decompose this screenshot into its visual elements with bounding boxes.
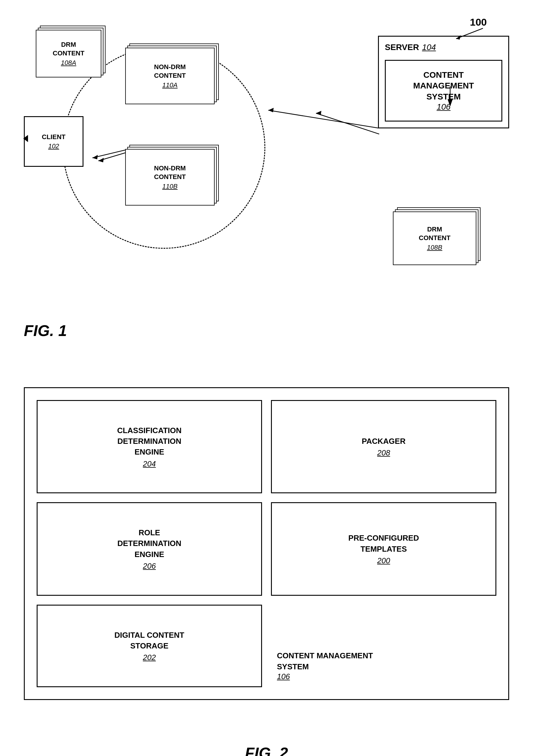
svg-marker-11 [316,111,322,115]
svg-marker-6 [268,108,274,112]
svg-line-8 [98,152,128,161]
role-determination-engine: ROLE DETERMINATION ENGINE 206 [37,502,262,595]
server-block: SERVER 104 CONTENT MANAGEMENT SYSTEM 106 [378,36,509,128]
classification-engine: CLASSIFICATION DETERMINATION ENGINE 204 [37,400,262,493]
packager: PACKAGER 208 [271,400,496,493]
client-102: CLIENT 102 [24,116,83,167]
non-drm-content-110b: NON-DRM CONTENT 110B [125,149,215,205]
client-arrow [23,135,28,142]
pre-configured-templates: PRE-CONFIGURED TEMPLATES 200 [271,502,496,595]
digital-content-storage: DIGITAL CONTENT STORAGE 202 [37,605,262,687]
svg-line-10 [316,113,379,134]
fig2-outer-box: CLASSIFICATION DETERMINATION ENGINE 204 … [24,387,509,700]
svg-marker-4 [93,155,98,159]
cms-106-inner: CONTENT MANAGEMENT SYSTEM 106 [385,60,502,122]
svg-marker-9 [98,158,104,162]
fig2-area: CLASSIFICATION DETERMINATION ENGINE 204 … [0,375,533,756]
non-drm-content-110a: NON-DRM CONTENT 110A [125,48,215,104]
fig2-label: FIG. 2 [245,744,288,756]
separator [0,358,533,375]
svg-line-3 [93,149,130,158]
cms-106-label-area: CONTENT MANAGEMENT SYSTEM 106 [271,605,496,687]
fig2-grid: CLASSIFICATION DETERMINATION ENGINE 204 … [37,400,496,687]
drm-content-108a: DRM CONTENT 108A [36,30,101,77]
ref-100: 100 [470,16,487,28]
drm-content-108b: DRM CONTENT 108B [393,211,476,265]
svg-line-5 [268,110,379,128]
fig1-area: 100 DRM CONTENT 1 [0,0,533,358]
fig1-label: FIG. 1 [24,322,67,339]
